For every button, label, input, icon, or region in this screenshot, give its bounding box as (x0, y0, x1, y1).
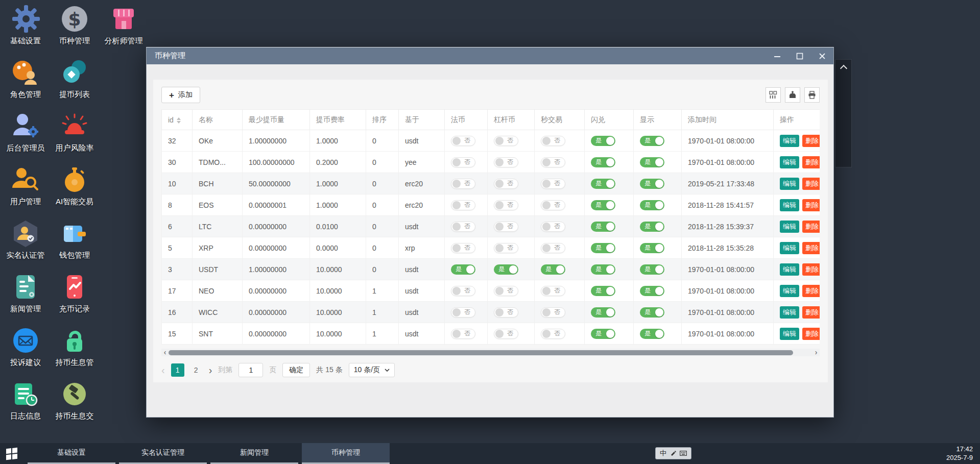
delete-button[interactable]: 删除 (802, 199, 820, 211)
scrollbar-thumb[interactable] (169, 350, 793, 355)
desktop-icon-stopwatch[interactable]: AI智能交易 (50, 165, 99, 207)
window-titlebar[interactable]: 币种管理 (147, 47, 833, 64)
delete-button[interactable]: 删除 (802, 242, 820, 254)
scroll-left-icon[interactable]: ‹ (161, 349, 169, 356)
export-button[interactable] (785, 87, 800, 103)
delete-button[interactable]: 删除 (802, 306, 820, 319)
show-toggle-on[interactable]: 是 (640, 307, 664, 318)
delete-button[interactable]: 删除 (802, 178, 820, 190)
lever-toggle-off[interactable]: 否 (494, 179, 518, 189)
delete-button[interactable]: 删除 (802, 328, 820, 340)
desktop-icon-hammer[interactable]: 持币生息交 (50, 379, 99, 421)
desktop-icon-alarm[interactable]: 用户风险率 (50, 111, 99, 153)
desktop-icon-withdraw-list[interactable]: 提币列表 (50, 58, 99, 100)
confirm-button[interactable]: 确定 (282, 363, 310, 377)
show-toggle-on[interactable]: 是 (640, 264, 664, 275)
edit-button[interactable]: 编辑 (780, 328, 799, 340)
lever-toggle-off[interactable]: 否 (494, 157, 518, 167)
second-trade-toggle-off[interactable]: 否 (541, 329, 565, 339)
fiat-toggle-on[interactable]: 是 (451, 264, 475, 275)
second-trade-toggle-off[interactable]: 否 (541, 307, 565, 318)
desktop-icon-unlock[interactable]: 持币生息管 (50, 326, 99, 368)
lever-toggle-off[interactable]: 否 (494, 286, 518, 296)
desktop-icon-admin-user[interactable]: 后台管理员 (1, 111, 50, 153)
fiat-toggle-off[interactable]: 否 (451, 200, 475, 210)
fiat-toggle-off[interactable]: 否 (451, 243, 475, 253)
show-toggle-on[interactable]: 是 (640, 200, 664, 210)
print-button[interactable] (804, 87, 820, 103)
delete-button[interactable]: 删除 (802, 263, 820, 276)
second-trade-toggle-off[interactable]: 否 (541, 222, 565, 232)
edit-button[interactable]: 编辑 (780, 178, 799, 190)
delete-button[interactable]: 删除 (802, 156, 820, 168)
start-button[interactable] (0, 443, 23, 464)
second-trade-toggle-off[interactable]: 否 (541, 243, 565, 253)
second-trade-toggle-on[interactable]: 是 (541, 264, 565, 275)
fiat-toggle-off[interactable]: 否 (451, 179, 475, 189)
prev-page-button[interactable]: ‹ (161, 364, 165, 376)
page-button-1[interactable]: 1 (171, 363, 184, 377)
fiat-toggle-off[interactable]: 否 (451, 222, 475, 232)
fiat-toggle-off[interactable]: 否 (451, 136, 475, 146)
desktop-icon-wallet[interactable]: 钱包管理 (50, 218, 99, 260)
scroll-right-icon[interactable]: › (812, 349, 820, 356)
show-toggle-on[interactable]: 是 (640, 329, 664, 339)
lever-toggle-off[interactable]: 否 (494, 200, 518, 210)
show-toggle-on[interactable]: 是 (640, 157, 664, 167)
delete-button[interactable]: 删除 (802, 135, 820, 147)
desktop-icon-deposit-record[interactable]: 充币记录 (50, 272, 99, 314)
edit-button[interactable]: 编辑 (780, 285, 799, 297)
swap-toggle-on[interactable]: 是 (591, 157, 615, 167)
desktop-icon-role[interactable]: 角色管理 (1, 58, 50, 100)
show-toggle-on[interactable]: 是 (640, 243, 664, 253)
desktop-icon-id-verify[interactable]: 实名认证管 (1, 218, 50, 260)
next-page-button[interactable]: › (209, 364, 212, 376)
close-button[interactable] (811, 47, 833, 64)
swap-toggle-on[interactable]: 是 (591, 286, 615, 296)
second-trade-toggle-off[interactable]: 否 (541, 157, 565, 167)
second-trade-toggle-off[interactable]: 否 (541, 200, 565, 210)
desktop-icon-shop[interactable]: 分析师管理 (99, 4, 148, 46)
column-header-id[interactable]: id (162, 110, 193, 130)
desktop-icon-user-search[interactable]: 用户管理 (1, 165, 50, 207)
swap-toggle-on[interactable]: 是 (591, 307, 615, 318)
horizontal-scrollbar[interactable]: ‹ › (161, 349, 820, 356)
page-button-2[interactable]: 2 (189, 363, 203, 377)
swap-toggle-on[interactable]: 是 (591, 264, 615, 275)
add-button[interactable]: + 添加 (161, 87, 200, 103)
edit-button[interactable]: 编辑 (780, 199, 799, 211)
lever-toggle-off[interactable]: 否 (494, 136, 518, 146)
swap-toggle-on[interactable]: 是 (591, 136, 615, 146)
edit-button[interactable]: 编辑 (780, 221, 799, 233)
taskbar-item-新闻管理[interactable]: 新闻管理 (210, 443, 298, 464)
desktop-icon-complaint[interactable]: 投诉建议 (1, 326, 50, 368)
lever-toggle-on[interactable]: 是 (494, 264, 518, 275)
edit-button[interactable]: 编辑 (780, 242, 799, 254)
lever-toggle-off[interactable]: 否 (494, 222, 518, 232)
second-trade-toggle-off[interactable]: 否 (541, 179, 565, 189)
swap-toggle-on[interactable]: 是 (591, 329, 615, 339)
lever-toggle-off[interactable]: 否 (494, 307, 518, 318)
maximize-button[interactable] (788, 47, 811, 64)
edit-button[interactable]: 编辑 (780, 156, 799, 168)
minimize-button[interactable] (766, 47, 788, 64)
show-toggle-on[interactable]: 是 (640, 136, 664, 146)
edit-button[interactable]: 编辑 (780, 263, 799, 276)
background-window-edge[interactable] (835, 59, 852, 167)
fiat-toggle-off[interactable]: 否 (451, 286, 475, 296)
second-trade-toggle-off[interactable]: 否 (541, 136, 565, 146)
edit-button[interactable]: 编辑 (780, 306, 799, 319)
show-toggle-on[interactable]: 是 (640, 222, 664, 232)
taskbar-item-基础设置[interactable]: 基础设置 (28, 443, 115, 464)
page-size-select[interactable]: 10 条/页 (349, 363, 395, 377)
lever-toggle-off[interactable]: 否 (494, 243, 518, 253)
desktop-icon-news[interactable]: 新闻管理 (1, 272, 50, 314)
fiat-toggle-off[interactable]: 否 (451, 329, 475, 339)
desktop-icon-log[interactable]: 日志信息 (1, 379, 50, 421)
fiat-toggle-off[interactable]: 否 (451, 307, 475, 318)
fiat-toggle-off[interactable]: 否 (451, 157, 475, 167)
columns-button[interactable] (766, 87, 781, 103)
swap-toggle-on[interactable]: 是 (591, 179, 615, 189)
swap-toggle-on[interactable]: 是 (591, 200, 615, 210)
taskbar-item-币种管理[interactable]: 币种管理 (302, 443, 390, 464)
